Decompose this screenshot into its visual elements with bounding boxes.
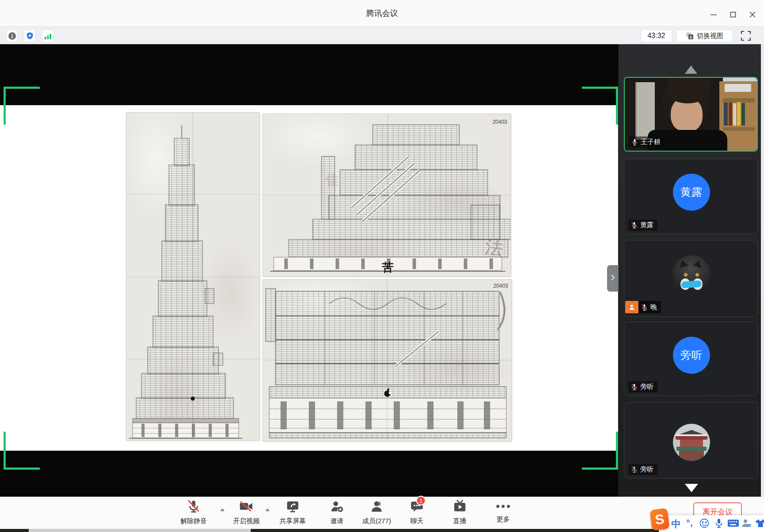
- mic-muted-icon: [187, 499, 201, 515]
- control-label: 聊天: [410, 517, 424, 525]
- sidebar-collapse-handle[interactable]: [607, 265, 619, 292]
- ink-mark-2: 隹: [325, 172, 339, 188]
- avatar: 黄露: [673, 174, 710, 211]
- drawing-sheet-section: 20403: [263, 280, 512, 441]
- members-icon: [370, 499, 384, 515]
- shield-icon[interactable]: [24, 30, 35, 42]
- participant-sidebar: 王子耕 黄露 黄露: [618, 44, 764, 497]
- letterbox-bottom: [0, 451, 618, 497]
- network-signal-icon[interactable]: [42, 30, 53, 42]
- mic-on-icon: [631, 138, 638, 146]
- close-icon[interactable]: [747, 9, 758, 20]
- participant-name: 旁听: [640, 383, 653, 391]
- participant-tile-pangting-2[interactable]: 旁听: [624, 402, 758, 479]
- letterbox-top: [0, 44, 618, 105]
- members-button[interactable]: 成员(277): [352, 499, 401, 525]
- drawing-sheet-palace: 20403 苦 法 隹: [263, 114, 511, 276]
- participant-tile-huanglu[interactable]: 黄露 黄露: [624, 159, 758, 234]
- control-label: 共享屏幕: [279, 517, 306, 525]
- participant-label: 黄露: [628, 220, 657, 231]
- meeting-duration: 43:32: [641, 30, 672, 42]
- mic-muted-icon: [631, 383, 638, 391]
- scroll-up-icon[interactable]: [685, 65, 697, 74]
- sogou-logo-icon[interactable]: S: [649, 508, 669, 531]
- ink-mark: 法: [484, 236, 505, 259]
- start-video-button[interactable]: 开启视频: [225, 499, 267, 525]
- live-button[interactable]: 直播: [439, 499, 481, 525]
- sheet-code: 20403: [493, 283, 508, 289]
- avatar: 旁听: [673, 337, 710, 374]
- control-label: 成员(277): [362, 517, 391, 525]
- soft-keyboard-icon[interactable]: [727, 518, 739, 528]
- shared-screen-area: 20403 苦 法 隹: [0, 44, 618, 497]
- avatar-temple-photo: [673, 424, 710, 461]
- control-label: 开启视频: [233, 517, 260, 525]
- screen-share-icon: [286, 499, 300, 515]
- participant-label: 晚: [638, 301, 661, 313]
- participant-label-row: 晚: [625, 301, 661, 313]
- tencent-meeting-window: 腾讯会议 43:32 切换视图: [0, 0, 764, 532]
- mic-muted-icon: [631, 466, 638, 473]
- member-role-badge-icon: [625, 301, 638, 313]
- mic-muted-icon: [631, 221, 638, 229]
- control-label: 解除静音: [180, 517, 207, 525]
- scroll-down-icon[interactable]: [685, 484, 698, 492]
- invite-button[interactable]: 邀请: [316, 499, 358, 525]
- capture-corner-top-left: [4, 87, 40, 89]
- participant-name: 黄露: [640, 221, 653, 229]
- sheet-code: 20403: [493, 119, 508, 125]
- control-label: 直播: [453, 517, 466, 525]
- participant-label: 旁听: [628, 381, 657, 392]
- drawing-sheet-tower: [126, 113, 260, 440]
- capture-corner-bottom-left: [4, 432, 6, 470]
- window-title: 腾讯会议: [0, 0, 764, 27]
- participant-name: 旁听: [640, 465, 653, 474]
- more-icon: [496, 499, 511, 513]
- mic-options-caret-icon[interactable]: [220, 508, 225, 511]
- invite-icon: [330, 499, 344, 515]
- mic-muted-icon: [641, 304, 648, 311]
- participant-tile-wan[interactable]: 晚: [624, 240, 758, 317]
- chat-unread-badge: 1: [416, 496, 426, 505]
- switch-view-icon: [686, 32, 694, 40]
- user-dict-icon[interactable]: [741, 518, 752, 528]
- chevron-right-icon: [610, 274, 615, 283]
- switch-view-button[interactable]: 切换视图: [676, 30, 733, 42]
- info-icon[interactable]: [6, 30, 18, 42]
- ime-lang-mode[interactable]: 中: [670, 518, 682, 530]
- control-label: 邀请: [330, 517, 344, 525]
- unmute-button[interactable]: 解除静音: [172, 499, 215, 525]
- capture-corner-top-right: [582, 87, 618, 89]
- live-icon: [453, 499, 467, 515]
- participant-tile-wangzigeng[interactable]: 王子耕: [624, 77, 758, 152]
- participant-label: 旁听: [628, 464, 657, 475]
- avatar-cat-photo: [672, 255, 711, 293]
- more-button[interactable]: 更多: [482, 499, 524, 524]
- capture-corner-bottom-right-h: [582, 467, 618, 470]
- taskbar-edge: [0, 529, 764, 532]
- participant-name: 晚: [650, 303, 657, 312]
- participant-label: 王子耕: [629, 137, 665, 148]
- ime-skin-icon[interactable]: [755, 518, 764, 528]
- emoji-icon[interactable]: [699, 518, 710, 528]
- capture-corner-bottom-left-h: [4, 467, 40, 470]
- titlebar: 腾讯会议: [0, 0, 764, 27]
- switch-view-label: 切换视图: [697, 32, 723, 40]
- participant-name: 王子耕: [641, 138, 661, 146]
- minimize-icon[interactable]: [708, 9, 719, 20]
- maximize-icon[interactable]: [727, 9, 739, 20]
- sidebar-edge-strip: [761, 44, 764, 497]
- avatar-text: 黄露: [680, 185, 703, 199]
- control-label: 更多: [497, 515, 510, 524]
- share-screen-button[interactable]: 共享屏幕: [271, 499, 314, 525]
- fullscreen-icon[interactable]: [740, 30, 752, 43]
- ime-punctuation-mode[interactable]: °,: [684, 518, 696, 528]
- voice-input-icon[interactable]: [714, 518, 724, 528]
- taskbar-edge-highlight: [29, 529, 251, 532]
- capture-corner-top-left-v: [4, 87, 6, 125]
- avatar-text: 旁听: [680, 348, 703, 362]
- camera-off-icon: [239, 499, 254, 515]
- video-options-caret-icon[interactable]: [265, 508, 270, 511]
- participant-tile-pangting-1[interactable]: 旁听 旁听: [624, 322, 758, 396]
